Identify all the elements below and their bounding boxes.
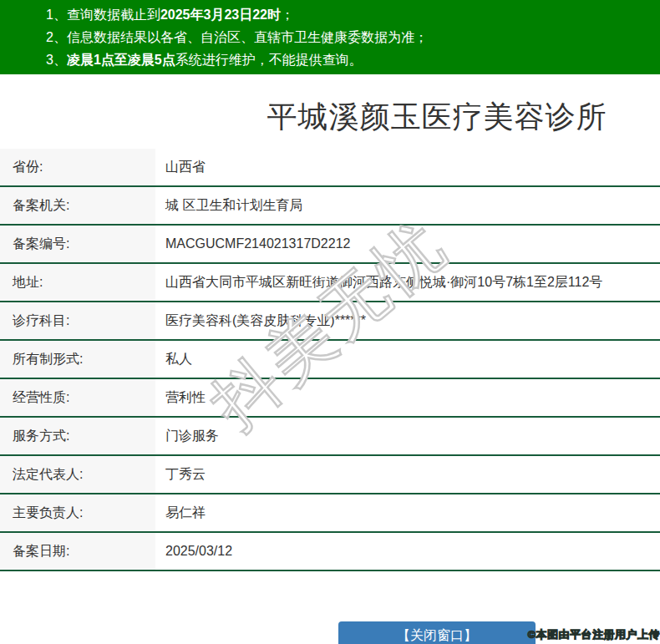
info-table: 省份: 山西省 备案机关: 城 区卫生和计划生育局 备案编号: MACGUCMF… <box>0 149 660 571</box>
row-value: 丁秀云 <box>155 466 660 484</box>
notice-1-text: 1、查询数据截止到 <box>46 8 160 22</box>
page: 1、查询数据截止到2025年3月23日22时； 2、信息数据结果以各省、自治区、… <box>0 0 660 644</box>
row-label: 诊疗科目: <box>0 302 155 339</box>
close-window-button[interactable]: 【关闭窗口】 <box>338 621 536 644</box>
notice-3-text: 3、 <box>46 53 67 67</box>
row-value: 易仁祥 <box>155 505 660 522</box>
row-label: 主要负责人: <box>0 494 155 531</box>
row-value: 私人 <box>155 351 660 368</box>
row-value: 城 区卫生和计划生育局 <box>155 197 660 215</box>
table-row: 经营性质: 营利性 <box>0 379 660 418</box>
row-value: MACGUCMF214021317D2212 <box>155 236 660 251</box>
row-label: 所有制形式: <box>0 341 155 378</box>
table-row: 省份: 山西省 <box>0 149 660 187</box>
row-value: 2025/03/12 <box>155 544 660 559</box>
row-value: 营利性 <box>155 389 660 407</box>
notice-3-bold: 凌晨1点至凌晨5点 <box>67 53 175 67</box>
row-value: 门诊服务 <box>155 428 660 445</box>
table-row: 地址: 山西省大同市平城区新旺街道御河西路东侧悦城·御河10号7栋1至2层112… <box>0 264 660 302</box>
row-value: 医疗美容科(美容皮肤科专业)****** <box>155 312 660 330</box>
row-label: 经营性质: <box>0 379 155 416</box>
row-label: 服务方式: <box>0 418 155 454</box>
table-row: 诊疗科目: 医疗美容科(美容皮肤科专业)****** <box>0 302 660 341</box>
row-label: 备案日期: <box>0 533 155 570</box>
notice-2-text: 2、信息数据结果以各省、自治区、直辖市卫生健康委数据为准； <box>46 30 428 44</box>
row-label: 备案机关: <box>0 187 155 224</box>
row-label: 备案编号: <box>0 226 155 262</box>
table-row: 所有制形式: 私人 <box>0 341 660 379</box>
notice-1-bold: 2025年3月23日22时 <box>160 8 281 22</box>
notice-line-2: 2、信息数据结果以各省、自治区、直辖市卫生健康委数据为准； <box>46 26 660 48</box>
table-row: 备案编号: MACGUCMF214021317D2212 <box>0 226 660 264</box>
notice-bar: 1、查询数据截止到2025年3月23日22时； 2、信息数据结果以各省、自治区、… <box>0 0 660 74</box>
copyright-watermark: ©本图由平台注册用户上传 <box>527 627 660 642</box>
row-label: 法定代表人: <box>0 456 155 493</box>
row-label: 地址: <box>0 264 155 301</box>
clinic-title: 平城溪颜玉医疗美容诊所 <box>0 74 660 149</box>
table-row: 备案机关: 城 区卫生和计划生育局 <box>0 187 660 226</box>
screenshot-viewport: 1、查询数据截止到2025年3月23日22时； 2、信息数据结果以各省、自治区、… <box>0 0 660 644</box>
notice-line-3: 3、凌晨1点至凌晨5点系统进行维护，不能提供查询。 <box>46 48 660 71</box>
row-value: 山西省 <box>155 159 660 176</box>
row-label: 省份: <box>0 149 155 185</box>
table-row: 备案日期: 2025/03/12 <box>0 533 660 571</box>
table-row: 法定代表人: 丁秀云 <box>0 456 660 494</box>
table-row: 服务方式: 门诊服务 <box>0 418 660 456</box>
notice-3-suffix: 系统进行维护，不能提供查询。 <box>175 53 363 67</box>
notice-1-suffix: ； <box>281 8 294 22</box>
notice-line-1: 1、查询数据截止到2025年3月23日22时； <box>46 3 660 26</box>
table-row: 主要负责人: 易仁祥 <box>0 494 660 533</box>
row-value: 山西省大同市平城区新旺街道御河西路东侧悦城·御河10号7栋1至2层112号 <box>155 274 660 292</box>
